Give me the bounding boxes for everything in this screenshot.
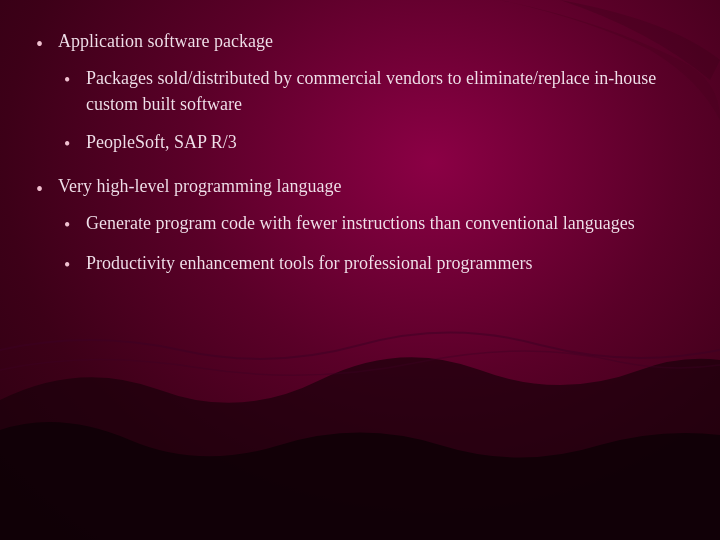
bullet-text-1b: PeopleSoft, SAP R/3 [86,129,684,155]
slide-content: • Application software package • Package… [0,0,720,312]
bullet-item-1b: • PeopleSoft, SAP R/3 [36,129,684,157]
bullet-text-1: Application software package [58,28,684,54]
bullet-item-2: • Very high-level programming language [36,173,684,204]
bullet-dot-1b: • [64,129,86,157]
bullet-item-2a: • Generate program code with fewer instr… [36,210,684,238]
bullet-text-2a: Generate program code with fewer instruc… [86,210,684,236]
bullet-item-2b: • Productivity enhancement tools for pro… [36,250,684,278]
bullet-dot-1: • [36,28,58,59]
bullet-item-1: • Application software package [36,28,684,59]
bullet-text-2b: Productivity enhancement tools for profe… [86,250,684,276]
bullet-text-2: Very high-level programming language [58,173,684,199]
bullet-dot-1a: • [64,65,86,93]
bullet-dot-2: • [36,173,58,204]
bullet-text-1a: Packages sold/distributed by commercial … [86,65,684,117]
bullet-dot-2a: • [64,210,86,238]
bullet-dot-2b: • [64,250,86,278]
bullet-item-1a: • Packages sold/distributed by commercia… [36,65,684,117]
